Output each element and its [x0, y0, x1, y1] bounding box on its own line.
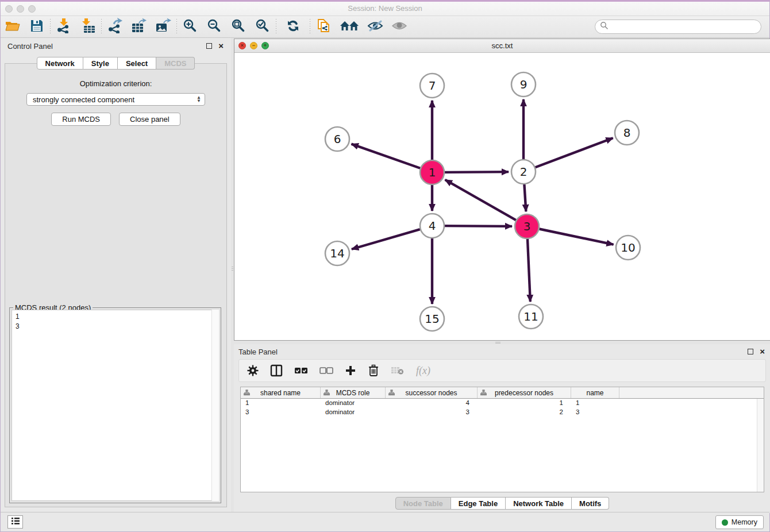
zoom-out-button[interactable]: [202, 18, 226, 36]
delete-column-icon[interactable]: [368, 364, 379, 377]
save-session-button[interactable]: [25, 18, 49, 36]
hide-selected-button[interactable]: [363, 18, 387, 36]
duplicate-network-button[interactable]: [311, 18, 336, 36]
table-row[interactable]: 1dominator411: [241, 399, 764, 408]
table-cell[interactable]: 3: [386, 408, 478, 417]
graph-edge-3-11[interactable]: [528, 239, 530, 302]
duplicate-network-icon: [316, 17, 332, 36]
table-tab-network-table[interactable]: Network Table: [506, 497, 572, 510]
control-panel-title: Control Panel: [7, 42, 53, 51]
graph-node-label: 10: [621, 241, 635, 255]
graph-edge-2-8[interactable]: [536, 138, 613, 167]
graph-edge-4-3[interactable]: [445, 226, 512, 226]
search-field[interactable]: [595, 20, 761, 34]
table-tab-motifs[interactable]: Motifs: [572, 497, 609, 510]
table-cell[interactable]: 1: [241, 399, 321, 408]
export-table-icon: [131, 18, 147, 36]
mcds-result-group: MCDS result (2 nodes) 13: [9, 307, 221, 503]
network-view-window: × − + scc.txt 7968124314101511: [234, 38, 770, 341]
delete-table-icon: [391, 365, 405, 376]
column-header-shared-name[interactable]: shared name: [241, 387, 321, 398]
column-header-name[interactable]: name: [571, 387, 619, 398]
mcds-result-item[interactable]: 1: [16, 312, 215, 322]
import-network-button[interactable]: [52, 18, 76, 36]
mcds-panel: Optimization criterion: strongly connect…: [5, 63, 227, 507]
column-header-successor-nodes[interactable]: successor nodes: [386, 387, 478, 398]
graph-edge-3-10[interactable]: [540, 229, 614, 245]
zoom-selected-button[interactable]: [251, 18, 275, 36]
application-window: Session: New Session: [0, 0, 770, 532]
table-cell[interactable]: dominator: [321, 399, 386, 408]
column-header-predecessor-nodes[interactable]: predecessor nodes: [478, 387, 571, 398]
network-graph: 7968124314101511: [234, 53, 770, 340]
zoom-fit-button[interactable]: [226, 18, 251, 36]
graph-node-label: 7: [429, 79, 436, 92]
open-session-button[interactable]: [1, 18, 25, 36]
result-scrollbar[interactable]: [211, 310, 219, 501]
close-panel-button[interactable]: Close panel: [119, 113, 180, 126]
table-cell[interactable]: 1: [571, 399, 619, 408]
table-toolbar: f(x): [238, 359, 766, 382]
column-header-MCDS-role[interactable]: MCDS role: [321, 387, 386, 398]
memory-label: Memory: [732, 518, 757, 526]
show-eye-icon: [391, 19, 407, 35]
table-tab-node-table[interactable]: Node Table: [395, 497, 451, 510]
list-icon: [11, 517, 20, 527]
table-cell[interactable]: 1: [478, 399, 571, 408]
memory-button[interactable]: Memory: [715, 515, 764, 529]
optimization-criterion-select[interactable]: strongly connected component ▲▼: [26, 93, 205, 106]
graph-node-label: 3: [523, 219, 531, 233]
show-panels-button[interactable]: [7, 515, 23, 529]
graph-edge-1-2[interactable]: [445, 172, 509, 172]
settings-gear-icon[interactable]: [247, 365, 259, 376]
close-panel-icon[interactable]: ×: [218, 41, 224, 51]
table-cell[interactable]: dominator: [321, 408, 386, 417]
column-browser-icon[interactable]: [270, 364, 283, 377]
refresh-button[interactable]: [278, 18, 309, 36]
graph-edge-3-1[interactable]: [445, 180, 516, 220]
float-table-panel-icon[interactable]: [748, 349, 753, 354]
export-table-button[interactable]: [127, 18, 151, 36]
network-title: scc.txt: [234, 41, 770, 50]
mcds-result-item[interactable]: 3: [16, 322, 215, 331]
tab-select[interactable]: Select: [118, 57, 156, 70]
table-tab-edge-table[interactable]: Edge Table: [451, 497, 506, 510]
table-cell[interactable]: 3: [241, 408, 321, 417]
float-panel-icon[interactable]: [206, 43, 212, 49]
graph-edge-4-14[interactable]: [352, 229, 420, 249]
network-canvas[interactable]: 7968124314101511: [234, 53, 770, 340]
graph-edge-1-6[interactable]: [352, 144, 421, 168]
table-cell[interactable]: 2: [478, 408, 571, 417]
table-body: 1dominator4113dominator323: [241, 399, 764, 417]
tab-mcds[interactable]: MCDS: [156, 57, 195, 70]
optimization-criterion-label: Optimization criterion:: [5, 79, 226, 88]
run-mcds-button[interactable]: Run MCDS: [51, 113, 111, 126]
select-all-icon[interactable]: [294, 367, 308, 375]
search-input[interactable]: [609, 21, 761, 33]
close-table-panel-icon[interactable]: ×: [760, 346, 765, 357]
deselect-all-icon[interactable]: [319, 367, 333, 375]
zoom-in-button[interactable]: [178, 18, 202, 36]
open-folder-icon: [5, 19, 21, 35]
table-cell[interactable]: 4: [386, 399, 478, 408]
graph-node-label: 2: [520, 165, 528, 179]
table-scrollbar[interactable]: [757, 399, 764, 492]
mcds-result-list[interactable]: 13: [11, 310, 219, 501]
export-image-button[interactable]: [151, 18, 175, 36]
home-icon: [340, 19, 359, 35]
table-header-row: shared nameMCDS rolesuccessor nodesprede…: [241, 387, 764, 399]
table-panel-title: Table Panel: [238, 348, 278, 356]
add-column-icon[interactable]: [345, 365, 356, 376]
import-table-icon: [80, 18, 95, 36]
function-builder-icon: f(x): [416, 365, 430, 377]
show-all-button[interactable]: [387, 18, 411, 36]
import-table-button[interactable]: [76, 18, 100, 36]
table-cell[interactable]: 3: [571, 408, 619, 417]
tab-network[interactable]: Network: [37, 57, 83, 70]
tab-style[interactable]: Style: [83, 57, 118, 70]
zoom-selected-icon: [255, 18, 270, 36]
home-button[interactable]: [336, 18, 363, 36]
graph-edge-2-3[interactable]: [524, 184, 526, 211]
table-row[interactable]: 3dominator323: [241, 408, 764, 417]
export-network-button[interactable]: [103, 18, 127, 36]
